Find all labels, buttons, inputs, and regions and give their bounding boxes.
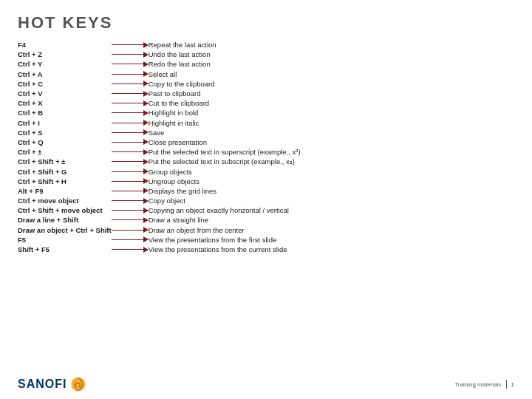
page-number: 1 <box>511 381 514 388</box>
hotkey-key: Draw an object + Ctrl + Shift <box>18 225 112 235</box>
table-row: Ctrl + ±Put the selected text in supersc… <box>18 147 514 157</box>
hotkey-desc: Put the selected text in superscript (ex… <box>149 147 514 157</box>
table-row: Draw an object + Ctrl + ShiftDraw an obj… <box>18 225 514 235</box>
hotkey-key: Ctrl + A <box>18 69 112 79</box>
arrow-cell <box>112 196 149 205</box>
hotkey-key: Ctrl + Shift + G <box>18 166 112 176</box>
table-row: Ctrl + Shift + GGroup objects <box>18 166 514 176</box>
table-row: Ctrl + IHighlight in italic <box>18 118 514 128</box>
table-row: Ctrl + CCopy to the clipboard <box>18 79 514 89</box>
table-row: Ctrl + BHighlight in bold <box>18 108 514 117</box>
arrow-line <box>112 217 149 223</box>
table-row: Draw a line + ShiftDraw a straight line <box>18 215 514 225</box>
arrow-cell <box>112 177 149 186</box>
hotkey-key: Ctrl + X <box>18 98 112 108</box>
hotkey-desc: Repeat the last action <box>149 40 514 50</box>
arrow-line <box>112 168 149 174</box>
table-row: Ctrl + SSave <box>18 128 514 137</box>
hotkey-key: Ctrl + Shift + H <box>18 177 112 186</box>
footer-divider <box>506 380 507 389</box>
sanofi-icon <box>69 375 87 393</box>
arrow-line <box>112 159 149 165</box>
hotkey-key: Ctrl + Q <box>18 137 112 147</box>
hotkey-key: Ctrl + Z <box>18 50 112 59</box>
hotkey-desc: View the presentations from the first sl… <box>149 235 514 245</box>
arrow-cell <box>112 118 149 128</box>
footer-right: Training materials 1 <box>454 380 514 389</box>
sanofi-text: SANOFI <box>18 378 66 391</box>
hotkey-key: Ctrl + V <box>18 89 112 98</box>
hotkey-desc: Close presentation <box>149 137 514 147</box>
hotkey-desc: Draw an object from the center <box>149 225 514 235</box>
arrow-line <box>112 188 149 194</box>
sanofi-logo: SANOFI <box>18 375 87 393</box>
arrow-line <box>112 52 149 58</box>
hotkey-desc: Group objects <box>149 166 514 176</box>
arrow-line <box>112 247 149 253</box>
hotkey-desc: Select all <box>149 69 514 79</box>
arrow-cell <box>112 245 149 254</box>
arrow-cell <box>112 89 149 98</box>
arrow-cell <box>112 166 149 176</box>
hotkey-desc: View the presentations from the current … <box>149 245 514 254</box>
training-label: Training materials <box>454 381 501 388</box>
arrow-cell <box>112 59 149 69</box>
hotkey-key: Shift + F5 <box>18 245 112 254</box>
arrow-cell <box>112 137 149 147</box>
arrow-cell <box>112 225 149 235</box>
arrow-cell <box>112 147 149 157</box>
arrow-line <box>112 236 149 242</box>
arrow-line <box>112 208 149 214</box>
arrow-cell <box>112 108 149 117</box>
arrow-cell <box>112 40 149 50</box>
hotkey-key: Alt + F9 <box>18 186 112 196</box>
hotkey-desc: Ungroup objects <box>149 177 514 186</box>
arrow-line <box>112 81 149 86</box>
arrow-line <box>112 71 149 77</box>
hotkey-desc: Draw a straight line <box>149 215 514 225</box>
arrow-cell <box>112 50 149 59</box>
table-row: Ctrl + QClose presentation <box>18 137 514 147</box>
hotkey-key: Ctrl + Y <box>18 59 112 69</box>
table-row: Alt + F9Displays the grid lines <box>18 186 514 196</box>
arrow-line <box>112 100 149 106</box>
hotkey-key: Ctrl + move object <box>18 196 112 205</box>
table-row: Ctrl + Shift + HUngroup objects <box>18 177 514 186</box>
hotkey-desc: Copy object <box>149 196 514 205</box>
table-row: F4Repeat the last action <box>18 40 514 50</box>
hotkey-key: Draw a line + Shift <box>18 215 112 225</box>
table-row: Ctrl + XCut to the clipboard <box>18 98 514 108</box>
arrow-cell <box>112 98 149 108</box>
table-row: Ctrl + move objectCopy object <box>18 196 514 205</box>
hotkey-desc: Put the selected text in subscript (exam… <box>149 157 514 166</box>
table-row: Ctrl + Shift + move objectCopying an obj… <box>18 205 514 215</box>
hotkey-key: Ctrl + C <box>18 79 112 89</box>
arrow-line <box>112 61 149 67</box>
hotkey-key: Ctrl + B <box>18 108 112 117</box>
table-row: Ctrl + YRedo the last action <box>18 59 514 69</box>
hotkey-key: Ctrl + Shift + move object <box>18 205 112 215</box>
hotkeys-table: F4Repeat the last actionCtrl + ZUndo the… <box>18 40 514 254</box>
hotkey-key: F5 <box>18 235 112 245</box>
page-title: HOT KEYS <box>18 13 514 33</box>
hotkey-key: Ctrl + Shift + ± <box>18 157 112 166</box>
hotkey-desc: Save <box>149 128 514 137</box>
hotkey-key: Ctrl + ± <box>18 147 112 157</box>
footer: SANOFI Training materials 1 <box>0 375 532 393</box>
arrow-line <box>112 139 149 145</box>
hotkey-desc: Copying an object exactly horizontal / v… <box>149 205 514 215</box>
hotkey-desc: Displays the grid lines <box>149 186 514 196</box>
arrow-line <box>112 227 149 233</box>
hotkey-desc: Past to clipboard <box>149 89 514 98</box>
table-row: Ctrl + VPast to clipboard <box>18 89 514 98</box>
table-row: Ctrl + ASelect all <box>18 69 514 79</box>
arrow-line <box>112 110 149 116</box>
hotkey-key: Ctrl + S <box>18 128 112 137</box>
table-row: Ctrl + ZUndo the last action <box>18 50 514 59</box>
hotkey-key: Ctrl + I <box>18 118 112 128</box>
page: HOT KEYS F4Repeat the last actionCtrl + … <box>0 0 532 399</box>
arrow-line <box>112 129 149 135</box>
arrow-cell <box>112 186 149 196</box>
arrow-cell <box>112 128 149 137</box>
arrow-cell <box>112 235 149 245</box>
